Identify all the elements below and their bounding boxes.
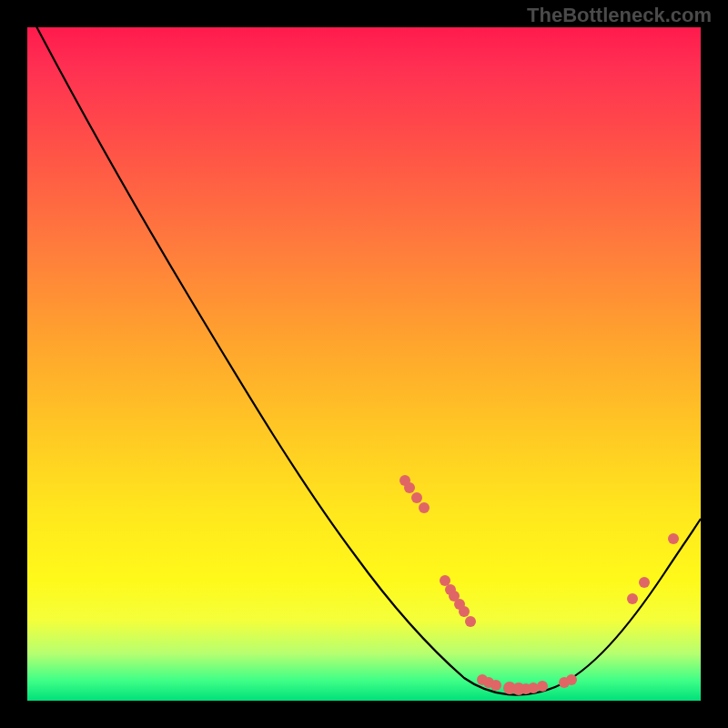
data-point (566, 674, 577, 685)
data-point (419, 502, 430, 513)
chart-svg (27, 27, 701, 701)
data-point (411, 492, 422, 503)
data-point (465, 616, 476, 627)
data-point (459, 606, 470, 617)
chart-plot-area (27, 27, 701, 701)
data-points-group (399, 475, 679, 695)
data-point (490, 680, 501, 691)
watermark-text: TheBottleneck.com (527, 4, 712, 27)
data-point (404, 482, 415, 493)
data-point (668, 533, 679, 544)
data-point (639, 577, 650, 588)
data-point (627, 593, 638, 604)
bottleneck-curve (27, 9, 701, 695)
data-point (528, 682, 539, 693)
data-point (440, 575, 450, 586)
data-point (537, 681, 548, 692)
